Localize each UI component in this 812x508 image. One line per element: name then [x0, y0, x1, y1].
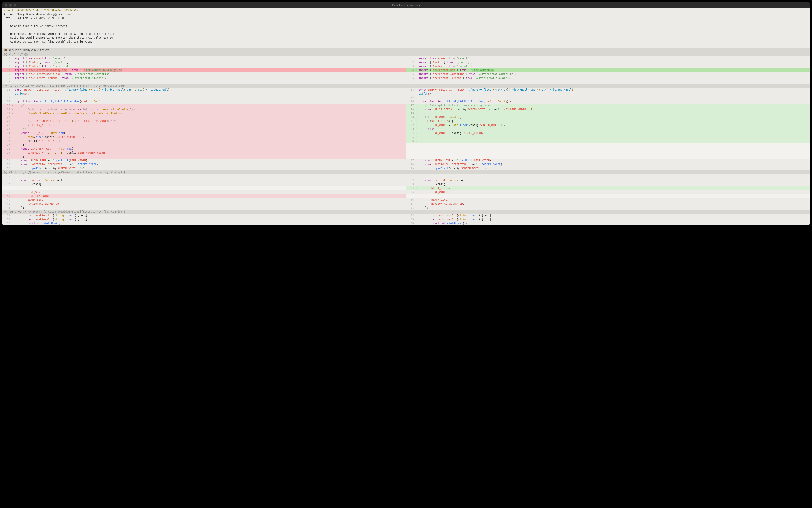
- code-line: import { iterFormatCommitLine } from './…: [15, 72, 406, 76]
- code-line: if (SPLIT_DIFFS) {: [419, 119, 810, 123]
- code-line: ''.padStart(config.SCREEN_WIDTH, '─'): [15, 166, 406, 170]
- code-line: );: [15, 143, 406, 147]
- commit-msg: Show unified diffs on narrow screens: [4, 24, 808, 28]
- code-line: BLANK_LINE,: [15, 198, 406, 202]
- code-line: const context: Context = {: [419, 178, 810, 182]
- hunk-header: @@ -58,7 +54,7 @@ export function getSid…: [2, 210, 810, 214]
- lineno: 1: [2, 56, 12, 60]
- code-line: const LINE_TEXT_WIDTH = Math.max(: [15, 147, 406, 151]
- code-line: /*: [15, 103, 406, 108]
- code-line: */: [15, 127, 406, 131]
- code-line: };: [15, 206, 406, 210]
- titlebar: Default (screencapture): [2, 2, 810, 8]
- code-line: LINE_WIDTH,: [419, 190, 810, 194]
- code-line: function* yieldHunk() {: [419, 221, 810, 225]
- code-line: ...config,: [419, 182, 810, 186]
- code-line: differ$/;: [15, 92, 406, 96]
- code-line: import { iterFormatCommitLine } from './…: [419, 72, 810, 76]
- code-line: LINE_TEXT_WIDTH,: [15, 194, 406, 198]
- code-line: config.MIN_LINE_WIDTH: [15, 139, 406, 143]
- hunk-header: @@ -1,7 +1,7 @@: [2, 52, 810, 56]
- code-line: import { Config } from './config';: [15, 60, 406, 64]
- commit-label: commit: [4, 9, 15, 12]
- commit-msg: splitting would create lines shorter tha…: [4, 36, 808, 40]
- code-line: HORIZONTAL_SEPARATOR,: [15, 202, 406, 206]
- code-line: import * as assert from 'assert';: [15, 56, 406, 60]
- code-line: const HORIZONTAL_SEPARATOR = config.BORD…: [15, 163, 406, 166]
- code-line: Math.floor(config.SCREEN_WIDTH / 2),: [15, 135, 406, 139]
- code-line: function* yieldHunk() {: [15, 221, 406, 225]
- code-line: export function getSideBySideDiffIterato…: [419, 99, 810, 103]
- diff-body: 14 const BINARY_FILES_DIFF_REGEX = /^Bin…: [2, 88, 810, 170]
- code-line: }: [419, 135, 810, 139]
- code-line: let hunkLinesA: (string | null)[] = [];: [419, 214, 810, 217]
- code-line: <lineWithoutPrefix><lineNo> <linePrefix>…: [15, 112, 406, 115]
- code-line: import { iterFormatHunkSideBySide } from…: [15, 68, 406, 72]
- code-line: differ$/;: [419, 92, 810, 96]
- code-line: const SPLIT_DIFFS = config.SCREEN_WIDTH …: [419, 108, 810, 112]
- code-line: const HORIZONTAL_SEPARATOR = config.BORD…: [419, 163, 810, 166]
- code-line: let LINE_WIDTH: number;: [419, 115, 810, 119]
- code-line: import { Context } from './context';: [15, 64, 406, 68]
- hunk-header: @@ -14,20 +14,16 @@ import { iterFormatF…: [2, 84, 810, 88]
- code-line: import { Context } from './context';: [419, 64, 810, 68]
- commit-date: Date: Sat Apr 17 20:20:56 2021 -0700: [4, 16, 808, 20]
- commit-header: commit 5a00d16095a255b57c762289fa434e180…: [2, 8, 810, 48]
- code-line: So (LINE_NUMBER_WIDTH + 1 + 1 + 1 + LINE…: [15, 119, 406, 123]
- code-line: import * as assert from 'assert';: [419, 56, 810, 60]
- commit-author: Author: Shrey Banga <banga.shrey@gmail.c…: [4, 12, 808, 16]
- code-line: const BLANK_LINE = ''.padStart(LINE_WIDT…: [419, 159, 810, 163]
- code-line: import { iterFormatFileName } from './it…: [15, 76, 406, 80]
- code-line: const BINARY_FILES_DIFF_REGEX = /^Binary…: [15, 88, 406, 92]
- commit-hash: 5a00d16095a255b57c762289fa434e18088b956b: [15, 9, 78, 12]
- code-line: const LINE_WIDTH = Math.max(: [15, 131, 406, 135]
- code-line: const context: Context = {: [15, 178, 406, 182]
- code-line: import { iterFormatHunk } from './iterFo…: [419, 68, 810, 72]
- commit-msg: configured via the `min-line-width` git …: [4, 40, 808, 44]
- diff-body: 1 import * as assert from 'assert'; 2 im…: [2, 56, 810, 84]
- code-line: import { Config } from './config';: [419, 60, 810, 64]
- diff-file-icon: [4, 49, 7, 51]
- diff-body: 58 let hunkLinesA: (string | null)[] = […: [2, 214, 810, 225]
- code-line: LINE_WIDTH = config.SCREEN_WIDTH;: [419, 131, 810, 135]
- file-path: src/iterSideBySideDiffs.ts: [8, 48, 49, 52]
- commit-msg: Repurposes the MIN_LINE_WIDTH config to …: [4, 32, 808, 36]
- code-line: let hunkLinesB: (string | null)[] = [];: [419, 217, 810, 221]
- pane-left: 1 import * as assert from 'assert'; 2 im…: [2, 56, 406, 84]
- code-line: SPLIT_DIFFS,: [419, 186, 810, 190]
- code-line: };: [419, 206, 810, 210]
- code-line: import { iterFormatFileName } from './it…: [419, 76, 810, 80]
- code-line: ...config,: [15, 182, 406, 186]
- window-title: Default (screencapture): [2, 3, 810, 7]
- code-line: const BLANK_LINE = ''.padStart(LINE_WIDT…: [15, 159, 406, 163]
- code-line: let hunkLinesB: (string | null)[] = [];: [15, 217, 406, 221]
- code-line: let hunkLinesA: (string | null)[] = [];: [15, 214, 406, 217]
- terminal: commit 5a00d16095a255b57c762289fa434e180…: [2, 8, 810, 225]
- code-line: // Only split diffs if there's enough ro…: [419, 103, 810, 108]
- hunk-header: @@ -35,8 +31,8 @@ export function getSid…: [2, 170, 810, 174]
- pane-right: 1 import * as assert from 'assert'; 2 im…: [406, 56, 810, 84]
- window: Default (screencapture) commit 5a00d1609…: [2, 2, 810, 225]
- code-line: BLANK_LINE,: [419, 198, 810, 202]
- code-line: );: [15, 155, 406, 159]
- code-line: } else {: [419, 127, 810, 131]
- code-line: Each line in a hunk is rendered as follo…: [15, 108, 406, 112]
- code-line: ''.padStart(config.SCREEN_WIDTH, '─'): [419, 166, 810, 170]
- diff-body: 35 36 const context: Context = { 37 ...c…: [2, 174, 810, 210]
- code-line: HORIZONTAL_SEPARATOR,: [419, 202, 810, 206]
- code-line: LINE_WIDTH,: [15, 190, 406, 194]
- code-line: LINE_WIDTH = Math.floor(config.SCREEN_WI…: [419, 123, 810, 127]
- code-line: const BINARY_FILES_DIFF_REGEX = /^Binary…: [419, 88, 810, 92]
- code-line: LINE_WIDTH - 1 - 1 - 1 - config.LINE_NUM…: [15, 151, 406, 155]
- code-line: = SCREEN_WIDTH: [15, 123, 406, 127]
- file-header: src/iterSideBySideDiffs.ts: [2, 48, 810, 52]
- code-line: export function getSideBySideDiffIterato…: [15, 99, 406, 103]
